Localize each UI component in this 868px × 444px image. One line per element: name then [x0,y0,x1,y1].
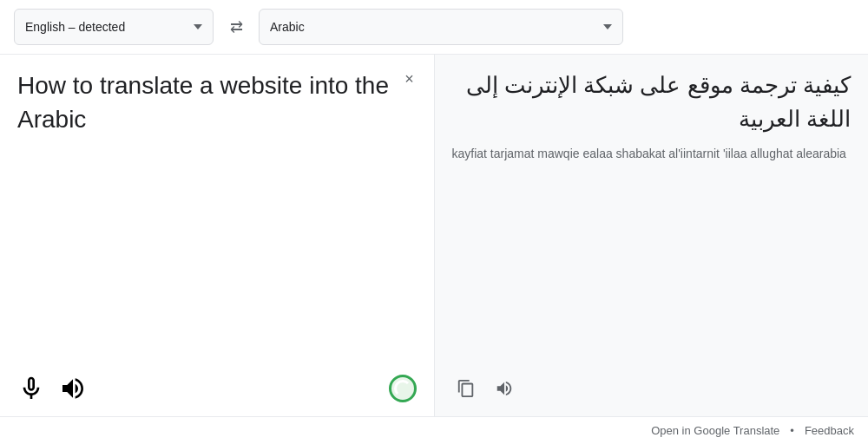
target-language-label: Arabic [270,20,305,34]
source-text: How to translate a website into the Arab… [17,69,417,368]
transliteration-text: kayfiat tarjamat mawqie ealaa shabakat a… [452,145,852,368]
source-speaker-button[interactable] [59,375,87,402]
source-language-selector[interactable]: English – detected [14,9,214,45]
target-speaker-button[interactable] [490,375,518,402]
source-actions [17,368,417,402]
copy-icon [457,379,476,398]
source-language-label: English – detected [25,20,125,34]
feedback-link[interactable]: Feedback [805,424,854,437]
loading-indicator [389,375,417,402]
clear-icon: × [404,70,414,88]
target-actions [452,368,852,402]
target-language-selector[interactable]: Arabic [259,9,623,45]
open-in-google-translate-link[interactable]: Open in Google Translate [651,424,779,437]
translated-text: كيفية ترجمة موقع على شبكة الإنترنت إلى ا… [452,69,852,136]
footer-separator: • [790,424,794,437]
swap-icon: ⇄ [230,17,243,36]
mic-button[interactable] [17,375,45,402]
translation-area: How to translate a website into the Arab… [0,55,868,416]
clear-button[interactable]: × [398,67,422,91]
source-speaker-icon [59,375,87,402]
source-icons [17,375,87,402]
source-panel: How to translate a website into the Arab… [0,55,435,416]
footer: Open in Google Translate • Feedback [0,416,868,444]
target-panel: كيفية ترجمة موقع على شبكة الإنترنت إلى ا… [435,55,869,416]
copy-button[interactable] [452,375,480,402]
swap-languages-button[interactable]: ⇄ [220,11,252,42]
target-speaker-icon [495,379,514,398]
top-bar: English – detected ⇄ Arabic [0,0,868,55]
target-language-chevron-icon [603,24,612,29]
source-language-chevron-icon [194,24,202,29]
loading-inner-circle [394,380,411,397]
mic-icon [17,375,45,402]
